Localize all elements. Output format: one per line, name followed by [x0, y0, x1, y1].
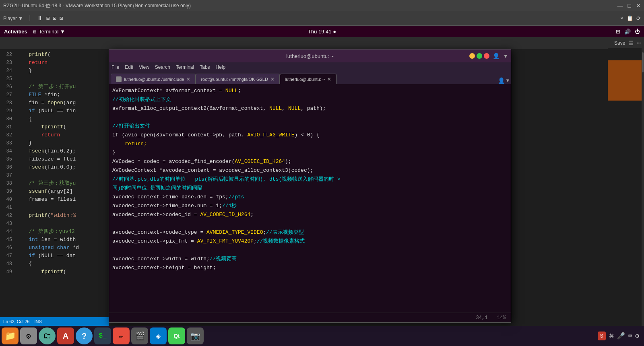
taskbar-right: S 英 🎤 ⌨ ⚙	[598, 332, 642, 340]
terminal-maximize-button[interactable]	[477, 53, 482, 59]
terminal-statusbar: 34,1 14%	[109, 313, 511, 322]
player-menu[interactable]: Player ▼	[3, 16, 23, 21]
menu-search[interactable]: Search	[155, 64, 170, 70]
terminal-titlebar-buttons: 👤 ▼	[469, 53, 508, 59]
term-line-14: avcodec_context->time_base.num = 1;//1秒	[112, 202, 508, 210]
term-line-7: return;	[112, 140, 508, 148]
tab-close-3[interactable]: ✕	[327, 76, 331, 82]
term-line-2: //初始化封装格式上下文	[112, 95, 508, 104]
term-line-19	[112, 246, 508, 255]
editor-menu-icon[interactable]: ☰	[628, 40, 634, 47]
network-icon[interactable]: ⊞	[616, 29, 620, 35]
toolbar-icon-2[interactable]: ⊞	[46, 15, 50, 22]
menu-tabs[interactable]: Tabs	[200, 64, 210, 70]
system-settings-icon[interactable]: ⚙	[20, 327, 37, 344]
term-line-18: avcodec_context->pix_fmt = AV_PIX_FMT_YU…	[112, 237, 508, 246]
terminal-tab-2[interactable]: root@ubuntu: /mnt/hgfs/OK-G2LD ✕	[196, 74, 279, 84]
term-line-1: AVFormatContext* avformat_context = NULL…	[112, 86, 508, 95]
desktop: Save ☰ ⋯ 22 printf( 23 return 24 } 25	[0, 37, 644, 346]
keyboard-icon[interactable]: ⌨	[628, 332, 632, 340]
titlebar-left: RZG2IL-Ubuntu 64 位-18.3 - VMware Worksta…	[3, 2, 191, 9]
titlebar-title: RZG2IL-Ubuntu 64 位-18.3 - VMware Worksta…	[3, 2, 191, 9]
terminal-position: 34,1	[476, 315, 488, 321]
terminal-menu-icon: 🖥	[32, 29, 37, 34]
tab-close-1[interactable]: ✕	[186, 76, 190, 82]
toolbar-icon-1[interactable]: ⏸	[37, 14, 43, 22]
term-line-10: AVCodecContext *avcodec_context = avcode…	[112, 166, 508, 175]
sound-icon[interactable]: 🔊	[624, 29, 631, 35]
terminal-tabs: lutherluo@ubuntu: /usr/include ✕ root@ub…	[109, 72, 511, 84]
terminal-tab-3[interactable]: lutherluo@ubuntu: ~ ✕	[280, 74, 337, 84]
toolbar-icon-4[interactable]: ⊠	[60, 15, 63, 22]
toolbar-right-icon-3[interactable]: ⟳	[636, 15, 641, 22]
terminal-title: lutherluo@ubuntu: ~	[286, 53, 334, 59]
topbar-left: Activities 🖥 Terminal ▼	[4, 29, 65, 35]
terminal-user-icon: 👤	[493, 53, 500, 59]
terminal-tab-1[interactable]: lutherluo@ubuntu: /usr/include ✕	[111, 74, 196, 84]
menu-terminal[interactable]: Terminal	[176, 64, 194, 70]
camera-app-icon[interactable]: 📷	[187, 327, 204, 344]
editor-header: Save ☰ ⋯	[0, 37, 644, 49]
menu-edit[interactable]: Edit	[125, 64, 133, 70]
term-line-9: AVCodec * codec = avcodec_find_encoder(A…	[112, 157, 508, 166]
editor-scrollbar[interactable]	[642, 48, 644, 326]
help-icon[interactable]: ?	[76, 327, 93, 344]
terminal-window: lutherluo@ubuntu: ~ 👤 ▼ File Edit View S…	[109, 49, 511, 323]
power-icon[interactable]: ⏻	[635, 29, 640, 35]
terminal-menu-button[interactable]: 🖥 Terminal ▼	[32, 29, 65, 35]
editor-status-indent: INS	[34, 319, 41, 324]
term-line-13: avcodec_context->time_base.den = fps;//p…	[112, 193, 508, 202]
terminal-app-icon[interactable]: $_	[94, 327, 111, 344]
menu-help[interactable]: Help	[216, 64, 226, 70]
vmware-toolbar: Player ▼ | ⏸ ⊞ ⊡ ⊠ » 📋 ⟳	[0, 11, 644, 26]
term-line-21: avcodec_context->height = height;	[112, 264, 508, 272]
term-line-4	[112, 113, 508, 122]
text-editor-icon[interactable]: ✏	[113, 327, 130, 344]
term-line-11: //时间基,pts,dts的时间单位 pts(解码后帧被显示的时间), dts(…	[112, 175, 508, 184]
term-line-15: avcodec_context->codec_id = AV_CODEC_ID_…	[112, 210, 508, 219]
minimap-highlight	[608, 60, 644, 101]
tab-user-icon: 👤	[498, 77, 505, 84]
terminal-minimize-button[interactable]	[469, 53, 475, 59]
vscode-app-icon[interactable]: ◈	[150, 327, 167, 344]
tab-label-3: lutherluo@ubuntu: ~	[285, 77, 325, 82]
tab-icon-1	[116, 76, 122, 82]
menu-view[interactable]: View	[139, 64, 149, 70]
tab-close-2[interactable]: ✕	[270, 76, 275, 82]
term-line-16	[112, 219, 508, 228]
keyboard-lang-icon[interactable]: 英	[609, 333, 614, 340]
editor-dots-icon: ⋯	[637, 39, 641, 47]
minimap	[608, 48, 644, 326]
anki-icon[interactable]: A	[57, 327, 74, 344]
input-method-icon[interactable]: S	[598, 332, 606, 340]
save-button[interactable]: Save	[614, 40, 625, 46]
file-manager-icon[interactable]: 🗂	[39, 327, 56, 344]
video-app-icon[interactable]: 🎬	[131, 327, 148, 344]
term-line-8: }	[112, 148, 508, 157]
terminal-content[interactable]: AVFormatContext* avformat_context = NULL…	[109, 84, 511, 313]
terminal-titlebar: lutherluo@ubuntu: ~ 👤 ▼	[109, 49, 511, 62]
terminal-menu: File Edit View Search Terminal Tabs Help	[109, 62, 511, 72]
editor-status-ln-col: Ln 62, Col 26	[3, 319, 29, 324]
toolbar-right-icon-1[interactable]: »	[620, 15, 623, 21]
tab-arrow-icon[interactable]: ▼	[506, 78, 509, 84]
window-minimize-button[interactable]: —	[617, 2, 623, 9]
editor-scroll-thumb[interactable]	[642, 52, 644, 72]
term-line-12: 间)的时间单位,是两帧之间的时间间隔	[112, 184, 508, 193]
toolbar-icon-3[interactable]: ⊡	[53, 15, 56, 22]
activities-button[interactable]: Activities	[4, 29, 27, 35]
toolbar-right-icon-2[interactable]: 📋	[627, 15, 633, 22]
ubuntu-topbar: Activities 🖥 Terminal ▼ Thu 19:41 ● ⊞ 🔊 …	[0, 26, 644, 37]
qt-creator-icon[interactable]: Qt	[168, 327, 185, 344]
window-maximize-button[interactable]: □	[628, 2, 631, 9]
term-line-3: avformat_alloc_output_context2(&avformat…	[112, 104, 508, 113]
files-icon[interactable]: 📁	[2, 327, 19, 344]
taskbar-settings-icon[interactable]: ⚙	[635, 332, 639, 340]
terminal-close-button[interactable]	[484, 53, 489, 59]
menu-file[interactable]: File	[111, 64, 119, 70]
terminal-arrow-icon[interactable]: ▼	[503, 53, 508, 59]
term-line-20: avcodec_context->width = width;//视频宽高	[112, 255, 508, 264]
term-line-17: avcodec_context->codec_type = AVMEDIA_TY…	[112, 228, 508, 237]
window-close-button[interactable]: ✕	[636, 2, 641, 9]
mic-icon[interactable]: 🎤	[617, 332, 625, 340]
